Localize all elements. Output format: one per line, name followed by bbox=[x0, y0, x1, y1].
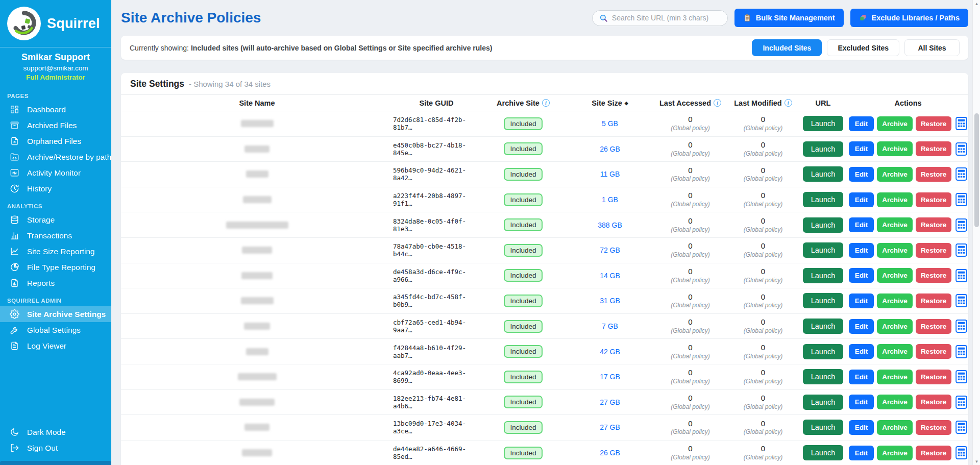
toggle-included-sites[interactable]: Included Sites bbox=[752, 39, 822, 56]
site-size-link[interactable]: 14 GB bbox=[600, 272, 620, 280]
info-icon[interactable]: i bbox=[542, 99, 550, 107]
sidebar-item-log-viewer[interactable]: Log Viewer bbox=[0, 338, 111, 354]
restore-button[interactable]: Restore bbox=[916, 141, 951, 156]
archive-button[interactable]: Archive bbox=[877, 370, 913, 384]
site-size-link[interactable]: 42 GB bbox=[600, 348, 620, 356]
archive-button[interactable]: Archive bbox=[877, 217, 913, 232]
edit-button[interactable]: Edit bbox=[849, 192, 874, 207]
site-size-link[interactable]: 1 GB bbox=[602, 195, 618, 204]
scroll-down-arrow[interactable]: ▼ bbox=[973, 458, 980, 465]
calculator-icon[interactable] bbox=[954, 218, 967, 232]
edit-button[interactable]: Edit bbox=[849, 370, 874, 384]
launch-button[interactable]: Launch bbox=[803, 217, 844, 233]
toggle-all-sites[interactable]: All Sites bbox=[904, 39, 960, 56]
sidebar-item-site-archive-settings[interactable]: Site Archive Settings bbox=[0, 306, 111, 322]
edit-button[interactable]: Edit bbox=[849, 420, 874, 435]
calculator-icon[interactable] bbox=[954, 142, 967, 156]
site-size-link[interactable]: 72 GB bbox=[600, 246, 620, 254]
calculator-icon[interactable] bbox=[954, 294, 967, 307]
scroll-up-arrow[interactable]: ▲ bbox=[973, 0, 980, 7]
info-icon[interactable]: i bbox=[714, 99, 721, 107]
launch-button[interactable]: Launch bbox=[803, 395, 844, 410]
sidebar-item-file-type-reporting[interactable]: File Type Reporting bbox=[0, 259, 111, 275]
edit-button[interactable]: Edit bbox=[849, 141, 874, 156]
archive-button[interactable]: Archive bbox=[877, 243, 913, 258]
search-input[interactable] bbox=[612, 14, 721, 22]
archive-button[interactable]: Archive bbox=[877, 446, 913, 460]
column-header-site-size[interactable]: Site Size◆ bbox=[567, 99, 653, 107]
restore-button[interactable]: Restore bbox=[916, 370, 951, 384]
vertical-scrollbar[interactable]: ▲ ▼ bbox=[972, 0, 980, 465]
site-size-link[interactable]: 7 GB bbox=[602, 322, 618, 330]
site-size-link[interactable]: 26 GB bbox=[600, 449, 620, 457]
archive-button[interactable]: Archive bbox=[877, 319, 913, 334]
site-size-link[interactable]: 11 GB bbox=[600, 170, 620, 178]
exclude-libraries-paths-button[interactable]: Exclude Libraries / Paths bbox=[850, 9, 968, 27]
archive-button[interactable]: Archive bbox=[877, 420, 913, 435]
edit-button[interactable]: Edit bbox=[849, 116, 874, 131]
restore-button[interactable]: Restore bbox=[916, 192, 951, 207]
site-size-link[interactable]: 26 GB bbox=[600, 145, 620, 153]
archive-button[interactable]: Archive bbox=[877, 192, 913, 207]
site-size-link[interactable]: 27 GB bbox=[600, 398, 620, 406]
bulk-site-management-button[interactable]: Bulk Site Management bbox=[734, 9, 844, 27]
scrollbar-thumb[interactable] bbox=[974, 113, 979, 227]
site-size-link[interactable]: 31 GB bbox=[600, 297, 620, 305]
info-icon[interactable]: i bbox=[785, 99, 792, 107]
sidebar-item-history[interactable]: History bbox=[0, 181, 111, 197]
sidebar-item-orphaned-files[interactable]: Orphaned Files bbox=[0, 133, 111, 149]
sidebar-item-storage[interactable]: Storage bbox=[0, 212, 111, 228]
launch-button[interactable]: Launch bbox=[803, 192, 844, 207]
edit-button[interactable]: Edit bbox=[849, 217, 874, 232]
sidebar-item-dark-mode[interactable]: Dark Mode bbox=[0, 424, 111, 440]
sidebar-item-global-settings[interactable]: Global Settings bbox=[0, 322, 111, 338]
launch-button[interactable]: Launch bbox=[803, 445, 844, 460]
calculator-icon[interactable] bbox=[954, 370, 967, 383]
edit-button[interactable]: Edit bbox=[849, 446, 874, 460]
calculator-icon[interactable] bbox=[954, 396, 967, 409]
calculator-icon[interactable] bbox=[954, 446, 967, 459]
site-size-link[interactable]: 27 GB bbox=[600, 423, 620, 431]
launch-button[interactable]: Launch bbox=[803, 420, 844, 435]
calculator-icon[interactable] bbox=[954, 269, 967, 282]
archive-button[interactable]: Archive bbox=[877, 167, 913, 182]
site-size-link[interactable]: 388 GB bbox=[598, 221, 622, 229]
archive-button[interactable]: Archive bbox=[877, 141, 913, 156]
archive-button[interactable]: Archive bbox=[877, 344, 913, 359]
launch-button[interactable]: Launch bbox=[803, 369, 844, 384]
sidebar-item-archived-files[interactable]: Archived Files bbox=[0, 117, 111, 133]
sidebar-item-dashboard[interactable]: Dashboard bbox=[0, 102, 111, 117]
calculator-icon[interactable] bbox=[954, 167, 967, 181]
sidebar-item-archive-restore-by-path[interactable]: Archive/Restore by path bbox=[0, 149, 111, 165]
calculator-icon[interactable] bbox=[954, 117, 967, 130]
restore-button[interactable]: Restore bbox=[916, 344, 951, 359]
calculator-icon[interactable] bbox=[954, 243, 967, 257]
edit-button[interactable]: Edit bbox=[849, 243, 874, 258]
restore-button[interactable]: Restore bbox=[916, 217, 951, 232]
restore-button[interactable]: Restore bbox=[916, 268, 951, 283]
calculator-icon[interactable] bbox=[954, 421, 967, 434]
edit-button[interactable]: Edit bbox=[849, 319, 874, 334]
site-size-link[interactable]: 5 GB bbox=[602, 119, 618, 128]
launch-button[interactable]: Launch bbox=[803, 268, 844, 283]
edit-button[interactable]: Edit bbox=[849, 167, 874, 182]
calculator-icon[interactable] bbox=[954, 193, 967, 206]
restore-button[interactable]: Restore bbox=[916, 243, 951, 258]
archive-button[interactable]: Archive bbox=[877, 116, 913, 131]
sidebar-item-activity-monitor[interactable]: Activity Monitor bbox=[0, 165, 111, 181]
launch-button[interactable]: Launch bbox=[803, 293, 844, 308]
edit-button[interactable]: Edit bbox=[849, 344, 874, 359]
sidebar-item-sign-out[interactable]: Sign Out bbox=[0, 440, 111, 456]
restore-button[interactable]: Restore bbox=[916, 116, 951, 131]
toggle-excluded-sites[interactable]: Excluded Sites bbox=[827, 39, 899, 56]
edit-button[interactable]: Edit bbox=[849, 395, 874, 409]
sidebar-item-site-size-reporting[interactable]: Site Size Reporting bbox=[0, 243, 111, 259]
restore-button[interactable]: Restore bbox=[916, 167, 951, 182]
restore-button[interactable]: Restore bbox=[916, 319, 951, 334]
restore-button[interactable]: Restore bbox=[916, 446, 951, 460]
edit-button[interactable]: Edit bbox=[849, 293, 874, 308]
calculator-icon[interactable] bbox=[954, 320, 967, 333]
restore-button[interactable]: Restore bbox=[916, 420, 951, 435]
sidebar-item-reports[interactable]: Reports bbox=[0, 275, 111, 291]
calculator-icon[interactable] bbox=[954, 345, 967, 358]
